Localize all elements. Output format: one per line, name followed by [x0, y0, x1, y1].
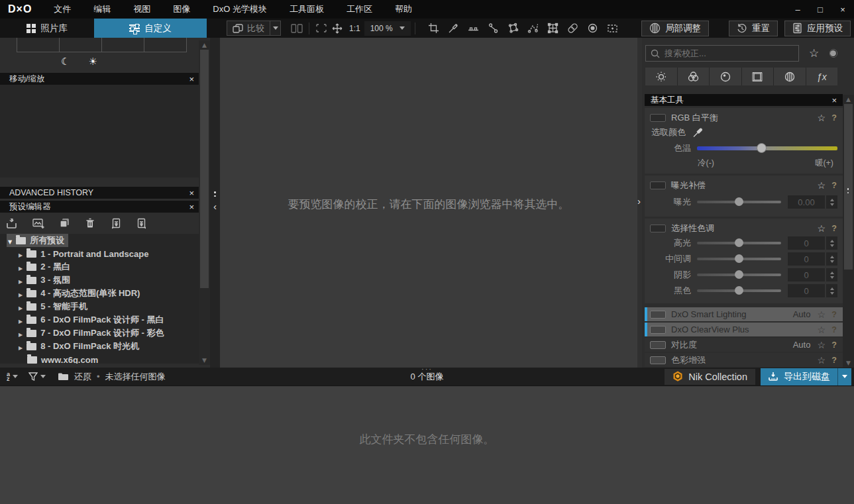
- midtones-slider[interactable]: [697, 258, 781, 260]
- blacks-slider[interactable]: [697, 289, 781, 292]
- color-rendering-enable-checkbox[interactable]: [650, 356, 666, 364]
- collapse-left-panel-icon[interactable]: ‹: [213, 201, 217, 212]
- favorite-star-icon[interactable]: ☆: [817, 180, 826, 191]
- left-panel-scrollbar[interactable]: ▲ ▼: [199, 40, 210, 365]
- close-icon[interactable]: ×: [189, 202, 194, 212]
- exposure-value[interactable]: 0.00: [788, 195, 825, 209]
- repair-tool-button[interactable]: [565, 21, 581, 36]
- preset-folder-all[interactable]: 所有预设: [0, 234, 200, 247]
- fit-screen-button[interactable]: [313, 21, 329, 36]
- caret-right-icon[interactable]: [19, 328, 23, 338]
- preset-folder-2[interactable]: 2 - 黑白: [0, 260, 200, 274]
- scrollbar-thumb[interactable]: [200, 50, 209, 288]
- scroll-up-icon[interactable]: ▲: [199, 40, 210, 50]
- create-preset-from-image-button[interactable]: [31, 218, 46, 229]
- contrast-row[interactable]: 对比度 Auto ☆ ?: [645, 338, 843, 352]
- shadow-clipping-moon-icon[interactable]: ☾: [61, 56, 70, 68]
- export-options-dropdown[interactable]: [837, 368, 851, 385]
- favorites-filter-star-icon[interactable]: ☆: [809, 46, 819, 60]
- right-panel-splitter[interactable]: ›: [637, 38, 642, 368]
- delete-preset-button[interactable]: [83, 218, 97, 228]
- selection-tool-button[interactable]: [605, 21, 621, 36]
- help-icon[interactable]: ?: [831, 325, 837, 334]
- shadows-slider[interactable]: [697, 274, 781, 276]
- exposure-slider[interactable]: [697, 201, 781, 203]
- close-icon[interactable]: ×: [189, 188, 194, 198]
- expand-right-panel-icon[interactable]: ›: [637, 195, 641, 207]
- favorite-star-icon[interactable]: ☆: [817, 113, 826, 123]
- step-down-icon[interactable]: [830, 203, 834, 206]
- nik-collection-button[interactable]: Nik Collection: [665, 369, 755, 385]
- selective-tone-header[interactable]: 选择性色调 ☆ ?: [650, 222, 837, 235]
- shadows-value[interactable]: 0: [788, 268, 825, 281]
- clearview-enable-checkbox[interactable]: [650, 326, 666, 334]
- category-fx-tab[interactable]: ƒx: [806, 68, 838, 85]
- slider-handle[interactable]: [735, 270, 743, 279]
- search-box[interactable]: [645, 45, 799, 62]
- caret-right-icon[interactable]: [19, 342, 23, 352]
- caret-right-icon[interactable]: [19, 289, 23, 299]
- help-icon[interactable]: ?: [831, 224, 837, 233]
- slider-handle[interactable]: [735, 197, 743, 206]
- split-view-button[interactable]: [289, 21, 305, 36]
- category-local-adjustments-tab[interactable]: [774, 68, 806, 85]
- highlights-value[interactable]: 0: [788, 236, 825, 250]
- pan-button[interactable]: [329, 21, 345, 36]
- preset-folder-6[interactable]: 6 - DxO FilmPack 设计师 - 黑白: [0, 313, 200, 327]
- control-line-tool-button[interactable]: [525, 21, 541, 36]
- slider-handle[interactable]: [735, 238, 743, 247]
- menu-workspace[interactable]: 工作区: [335, 3, 384, 15]
- export-to-disk-button[interactable]: 导出到磁盘: [761, 368, 851, 385]
- slider-handle[interactable]: [735, 254, 743, 263]
- favorite-star-icon[interactable]: ☆: [817, 340, 826, 350]
- tab-customize[interactable]: 自定义: [94, 19, 207, 38]
- caret-right-icon[interactable]: [19, 249, 23, 259]
- zoom-level-dropdown[interactable]: 100 %: [364, 21, 411, 36]
- caret-right-icon[interactable]: [19, 302, 23, 312]
- value-stepper[interactable]: [826, 252, 837, 266]
- menu-help[interactable]: 帮助: [384, 3, 423, 15]
- smart-lighting-enable-checkbox[interactable]: [650, 311, 666, 319]
- export-main[interactable]: 导出到磁盘: [761, 368, 837, 385]
- menu-edit[interactable]: 编辑: [82, 3, 122, 15]
- advanced-history-palette-header[interactable]: ADVANCED HISTORY ×: [0, 187, 200, 199]
- midtones-value[interactable]: 0: [788, 252, 825, 266]
- scroll-down-icon[interactable]: ▼: [199, 356, 210, 365]
- value-stepper[interactable]: [826, 268, 837, 281]
- value-stepper[interactable]: [826, 284, 837, 297]
- caret-right-icon[interactable]: [19, 315, 23, 325]
- search-input[interactable]: [665, 48, 777, 58]
- apply-preset-button[interactable]: 应用预设: [784, 21, 851, 36]
- menu-view[interactable]: 视图: [122, 3, 162, 15]
- preset-folder-9[interactable]: www.x6g.com: [0, 353, 200, 364]
- white-balance-enable-checkbox[interactable]: [650, 114, 666, 122]
- value-stepper[interactable]: [826, 195, 837, 209]
- help-icon[interactable]: ?: [831, 113, 837, 123]
- preset-editor-palette-header[interactable]: 预设编辑器 ×: [0, 201, 200, 213]
- category-color-tab[interactable]: [678, 68, 710, 85]
- favorite-star-icon[interactable]: ☆: [817, 355, 826, 366]
- help-icon[interactable]: ?: [831, 310, 837, 319]
- value-stepper[interactable]: [826, 236, 837, 250]
- exposure-header[interactable]: 曝光补偿 ☆ ?: [650, 179, 837, 192]
- minimize-button[interactable]: –: [786, 0, 809, 19]
- highlight-clipping-sun-icon[interactable]: ☀: [88, 56, 97, 68]
- menu-file[interactable]: 文件: [42, 3, 82, 15]
- menu-palettes[interactable]: 工具面板: [278, 3, 335, 15]
- category-detail-tab[interactable]: [710, 68, 741, 85]
- export-preset-button[interactable]: [134, 218, 149, 229]
- control-point-tool-button[interactable]: [486, 21, 502, 36]
- reset-button[interactable]: 重置: [729, 21, 778, 36]
- category-geometry-tab[interactable]: [742, 68, 774, 85]
- crop-tool-button[interactable]: [426, 21, 442, 36]
- exposure-enable-checkbox[interactable]: [650, 181, 666, 189]
- help-icon[interactable]: ?: [831, 181, 837, 190]
- preset-folder-7[interactable]: 7 - DxO FilmPack 设计师 - 彩色: [0, 327, 200, 340]
- preset-folder-1[interactable]: 1 - Portrait and Landscape: [0, 247, 200, 260]
- step-up-icon[interactable]: [830, 199, 834, 201]
- close-icon[interactable]: ×: [831, 95, 837, 105]
- clearview-plus-row[interactable]: DxO ClearView Plus ☆ ?: [645, 323, 843, 336]
- highlights-slider[interactable]: [697, 242, 781, 244]
- favorite-star-icon[interactable]: ☆: [817, 325, 826, 335]
- red-eye-tool-button[interactable]: [585, 21, 601, 36]
